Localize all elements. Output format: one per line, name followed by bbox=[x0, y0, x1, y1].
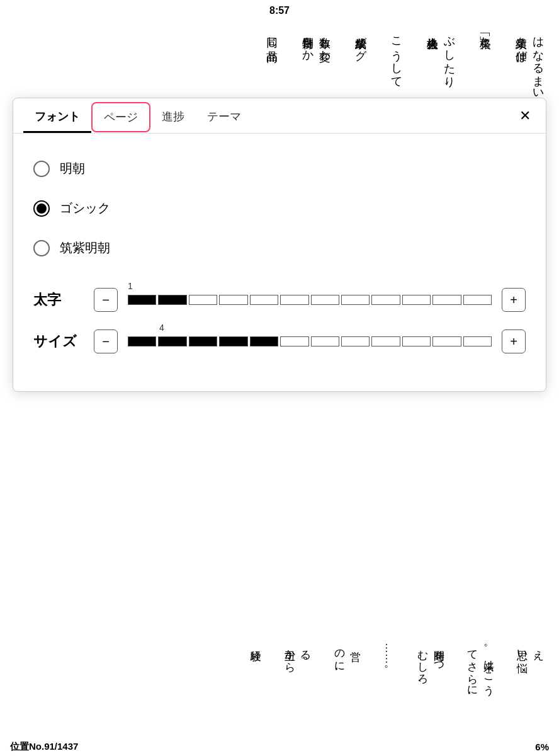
size-seg-6 bbox=[280, 336, 308, 346]
bold-seg-6 bbox=[280, 295, 308, 305]
size-seg-8 bbox=[341, 336, 370, 346]
bold-slider-track-wrapper: 1 bbox=[128, 295, 492, 305]
close-button[interactable]: ✕ bbox=[514, 104, 536, 128]
modal-content: 明朝 ゴシック 筑紫明朝 太字 − 1 bbox=[13, 134, 546, 391]
bold-seg-2 bbox=[158, 295, 186, 305]
book-col-3: 業成績がグ bbox=[352, 29, 369, 108]
bold-seg-3 bbox=[189, 295, 217, 305]
book-bottom-col-1: 経験 bbox=[248, 643, 264, 731]
time-display: 8:57 bbox=[269, 5, 290, 16]
status-bar: 8:57 bbox=[0, 0, 559, 19]
size-seg-5 bbox=[250, 336, 278, 346]
book-bottom-col-3: 営のに、 bbox=[332, 643, 364, 731]
bold-slider-row: 太字 − 1 bbox=[33, 288, 526, 312]
tab-bar: フォント ページ 進捗 テーマ ✕ bbox=[13, 98, 546, 134]
book-bottom-col-2: る。上司から bbox=[282, 643, 314, 731]
settings-modal: フォント ページ 進捗 テーマ ✕ 明朝 ゴシック 筑紫明朝 bbox=[13, 98, 546, 392]
font-option-mincho[interactable]: 明朝 bbox=[33, 149, 526, 188]
size-value-label: 4 bbox=[159, 323, 164, 333]
radio-mincho-label: 明朝 bbox=[60, 160, 85, 177]
bold-seg-9 bbox=[371, 295, 400, 305]
radio-gothic-label: ゴシック bbox=[60, 200, 110, 217]
bold-seg-10 bbox=[402, 295, 431, 305]
size-label: サイズ bbox=[33, 332, 84, 351]
size-slider-track-wrapper: 4 bbox=[128, 336, 492, 346]
bold-seg-8 bbox=[341, 295, 370, 305]
book-col-1: 同じ商品 bbox=[263, 29, 280, 108]
size-seg-1 bbox=[128, 336, 156, 346]
book-col-5: ぶしたり、社会人失格 bbox=[424, 29, 458, 108]
book-col-6: 「失格」と bbox=[477, 29, 494, 108]
book-bottom-col-4: ……。 bbox=[381, 643, 398, 731]
font-option-gothic[interactable]: ゴシック bbox=[33, 188, 526, 228]
book-bottom-col-7: え、思い悩 bbox=[514, 643, 546, 731]
size-slider-row: サイズ − 4 bbox=[33, 329, 526, 353]
footer-bar: 位置No.91/1437 6% bbox=[0, 737, 559, 756]
size-seg-2 bbox=[158, 336, 186, 346]
size-seg-12 bbox=[463, 336, 492, 346]
book-col-4: こうして bbox=[388, 29, 405, 108]
size-seg-10 bbox=[402, 336, 431, 346]
bold-seg-7 bbox=[311, 295, 339, 305]
size-seg-3 bbox=[189, 336, 217, 346]
bold-seg-5 bbox=[250, 295, 278, 305]
size-seg-9 bbox=[371, 336, 400, 346]
position-indicator: 位置No.91/1437 bbox=[10, 741, 78, 753]
book-col-2: 年数も変わ特別目をか bbox=[299, 29, 333, 108]
bold-seg-1 bbox=[128, 295, 156, 305]
percent-indicator: 6% bbox=[535, 742, 549, 752]
size-slider-track[interactable] bbox=[128, 336, 492, 346]
bold-seg-12 bbox=[463, 295, 492, 305]
bold-decrement-button[interactable]: − bbox=[94, 288, 118, 312]
bold-value-label: 1 bbox=[128, 281, 133, 291]
font-radio-group: 明朝 ゴシック 筑紫明朝 bbox=[33, 149, 526, 268]
tab-theme[interactable]: テーマ bbox=[196, 99, 252, 133]
size-seg-7 bbox=[311, 336, 339, 346]
size-seg-11 bbox=[432, 336, 461, 346]
size-increment-button[interactable]: + bbox=[502, 329, 526, 353]
book-col-7: はなるまい業績を伸ば bbox=[512, 29, 546, 108]
tab-font[interactable]: フォント bbox=[23, 99, 91, 133]
radio-chikuzi-label: 筑紫明朝 bbox=[60, 239, 110, 256]
tab-progress[interactable]: 進捗 bbox=[150, 99, 196, 133]
book-bottom-col-5: 時間をつむしろ、 bbox=[415, 643, 447, 731]
bold-seg-11 bbox=[432, 295, 461, 305]
size-decrement-button[interactable]: − bbox=[94, 329, 118, 353]
book-content-bottom: 経験 る。上司から 営のに、 ……。 時間をつむしろ、 。来は「こうてさらに、 … bbox=[0, 636, 559, 737]
radio-chikuzi-circle bbox=[33, 240, 50, 256]
bold-increment-button[interactable]: + bbox=[502, 288, 526, 312]
size-seg-4 bbox=[219, 336, 247, 346]
tab-page[interactable]: ページ bbox=[91, 102, 150, 132]
book-bottom-col-6: 。来は「こうてさらに、 bbox=[465, 643, 497, 731]
bold-seg-4 bbox=[219, 295, 247, 305]
bold-label: 太字 bbox=[33, 290, 84, 309]
radio-gothic-circle bbox=[33, 200, 50, 217]
font-option-chikuzi[interactable]: 筑紫明朝 bbox=[33, 228, 526, 268]
radio-mincho-circle bbox=[33, 161, 50, 177]
bold-slider-track[interactable] bbox=[128, 295, 492, 305]
